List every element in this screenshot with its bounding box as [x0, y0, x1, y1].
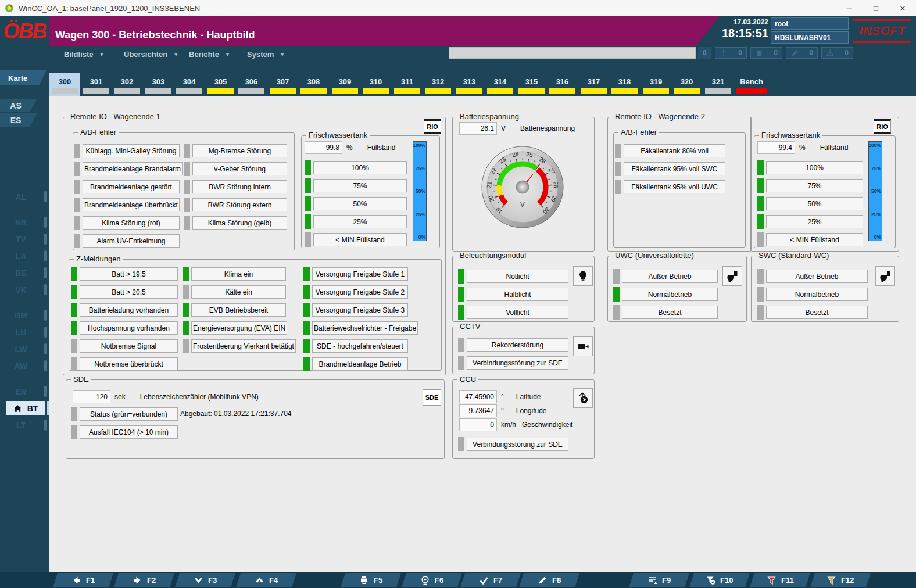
light-mode-button[interactable]: Volllicht — [467, 306, 568, 319]
sidebar-item-aw[interactable]: AW — [0, 360, 42, 372]
tab-311[interactable]: 311 — [392, 73, 423, 96]
sidebar-item-bt-selected[interactable]: BT — [6, 401, 45, 415]
tab-karte[interactable]: Karte — [0, 70, 46, 85]
tab-317[interactable]: 317 — [578, 73, 609, 96]
fkey-f7[interactable]: F7 — [460, 573, 520, 587]
tab-status-bar — [83, 88, 109, 94]
status-indicator — [71, 285, 77, 299]
sde-button[interactable]: SDE — [423, 389, 441, 406]
tab-319[interactable]: 319 — [641, 73, 671, 96]
tab-316[interactable]: 316 — [547, 73, 578, 96]
latest-alarm-bar[interactable] — [449, 47, 696, 59]
alarm-count-unacknowledged[interactable]: 0 — [750, 47, 782, 59]
light-mode-button[interactable]: Notlicht — [467, 270, 568, 283]
menu-berichte[interactable]: Berichte▼ — [189, 50, 230, 59]
window-title: WinCC_OA_1: basePanel_1920_1200_INS3EBEN… — [19, 4, 200, 13]
tab-status-bar — [332, 88, 358, 94]
tab-status-bar — [674, 88, 700, 94]
minimize-icon[interactable]: ─ — [836, 0, 863, 16]
sidebar-item-vk[interactable]: VK — [0, 284, 42, 296]
tab-321[interactable]: 321 — [703, 73, 733, 96]
tank-level-label: 75% — [766, 179, 863, 192]
menu-bildliste[interactable]: Bildliste▼ — [64, 50, 105, 59]
sidebar-item-nr[interactable]: NR — [0, 216, 42, 229]
alarm-count-maintenance[interactable]: 0 — [786, 47, 818, 59]
tab-315[interactable]: 315 — [516, 73, 547, 96]
alarm-count-urgent[interactable]: 0 — [715, 47, 747, 59]
alarm-count-total[interactable]: 0 — [698, 47, 711, 59]
sidebar-item-bm[interactable]: BM — [0, 309, 42, 322]
light-mode-button[interactable]: Halblicht — [467, 288, 568, 301]
maximize-icon[interactable]: □ — [863, 0, 889, 16]
fkey-f6[interactable]: F6 — [402, 573, 461, 587]
status-indicator — [458, 437, 464, 451]
fkey-f4[interactable]: F4 — [236, 573, 296, 587]
tab-318[interactable]: 318 — [609, 73, 640, 96]
sidebar-item-be[interactable]: BE — [0, 267, 42, 279]
tab-303[interactable]: 303 — [143, 73, 174, 96]
tab-304[interactable]: 304 — [174, 73, 205, 96]
fkey-f5[interactable]: F5 — [341, 573, 400, 587]
sidebar-item-as[interactable]: AS — [0, 99, 37, 112]
fkey-f2[interactable]: F2 — [114, 573, 174, 587]
tab-306[interactable]: 306 — [236, 73, 267, 96]
ccu-detail-button[interactable] — [573, 388, 593, 408]
menu-system[interactable]: System▼ — [247, 50, 285, 59]
tab-301[interactable]: 301 — [81, 73, 112, 96]
tab-314[interactable]: 314 — [485, 73, 516, 96]
battery-voltage-unit: V — [501, 124, 506, 132]
tab-320[interactable]: 320 — [671, 73, 702, 96]
fkey-f3[interactable]: F3 — [175, 573, 235, 587]
sidebar-item-la[interactable]: LA — [0, 250, 42, 263]
tab-310[interactable]: 310 — [360, 73, 391, 96]
sidebar-item-lt[interactable]: LT — [0, 419, 42, 432]
tab-313[interactable]: 313 — [454, 73, 485, 96]
time-label: 18:15:51 — [692, 27, 768, 40]
rio-button-2[interactable]: RIO — [874, 119, 891, 134]
exclamation-icon — [720, 49, 728, 57]
status-indicator — [183, 321, 189, 335]
tab-308[interactable]: 308 — [298, 73, 329, 96]
sidebar-item-en[interactable]: EN — [0, 385, 42, 398]
fkey-f12[interactable]: F12 — [810, 573, 870, 587]
tab-307[interactable]: 307 — [267, 73, 298, 96]
tab-status-bar — [145, 88, 171, 94]
fkey-f1[interactable]: F1 — [53, 573, 113, 587]
lifesign-value: 120 — [73, 390, 110, 403]
fkey-f9[interactable]: F9 — [629, 573, 689, 587]
status-indicator — [615, 162, 621, 176]
swc-detail-button[interactable] — [875, 266, 895, 286]
lighting-detail-button[interactable] — [573, 266, 593, 286]
z-message-label: Brandmeldeanlage Betrieb — [312, 357, 408, 371]
close-icon[interactable]: ✕ — [889, 0, 916, 16]
tab-309[interactable]: 309 — [330, 73, 360, 96]
tab-305[interactable]: 305 — [205, 73, 236, 96]
sidebar-item-tv[interactable]: TV — [0, 233, 42, 246]
rio-button-1[interactable]: RIO — [424, 119, 441, 134]
filter-orange-icon — [826, 575, 836, 585]
tab-302[interactable]: 302 — [112, 73, 142, 96]
uwc-detail-button[interactable] — [722, 266, 742, 286]
speed-unit: km/h — [501, 421, 516, 429]
sidebar-item-al[interactable]: AL — [0, 191, 42, 203]
alarm-count-pending[interactable]: 0 — [821, 47, 853, 59]
menu-uebersichten[interactable]: Übersichten▼ — [124, 50, 178, 59]
tab-312[interactable]: 312 — [423, 73, 453, 96]
fkey-f11[interactable]: F11 — [750, 573, 810, 587]
alarm-label: Alarm UV-Entkeimung — [83, 234, 180, 248]
page-title: Wagen 300 - Betriebstechnik - Hauptbild — [55, 29, 255, 41]
alarm-label: BWR Störung intern — [192, 180, 287, 193]
sidebar-item-es[interactable]: ES — [0, 113, 37, 127]
tab-status-bar — [363, 88, 389, 94]
cctv-detail-button[interactable] — [573, 336, 593, 356]
flag-icon — [826, 49, 834, 57]
tab-300[interactable]: 300 — [49, 73, 80, 96]
tab-bench[interactable]: Bench — [733, 73, 770, 96]
tank-level-label: 100% — [766, 161, 863, 174]
fkey-f8[interactable]: F8 — [519, 573, 579, 587]
status-indicator — [71, 339, 77, 353]
status-indicator — [305, 214, 311, 229]
fkey-f10[interactable]: F10 — [689, 573, 749, 587]
sidebar-item-lu[interactable]: LU — [0, 326, 42, 339]
sidebar-item-lw[interactable]: LW — [0, 343, 42, 356]
